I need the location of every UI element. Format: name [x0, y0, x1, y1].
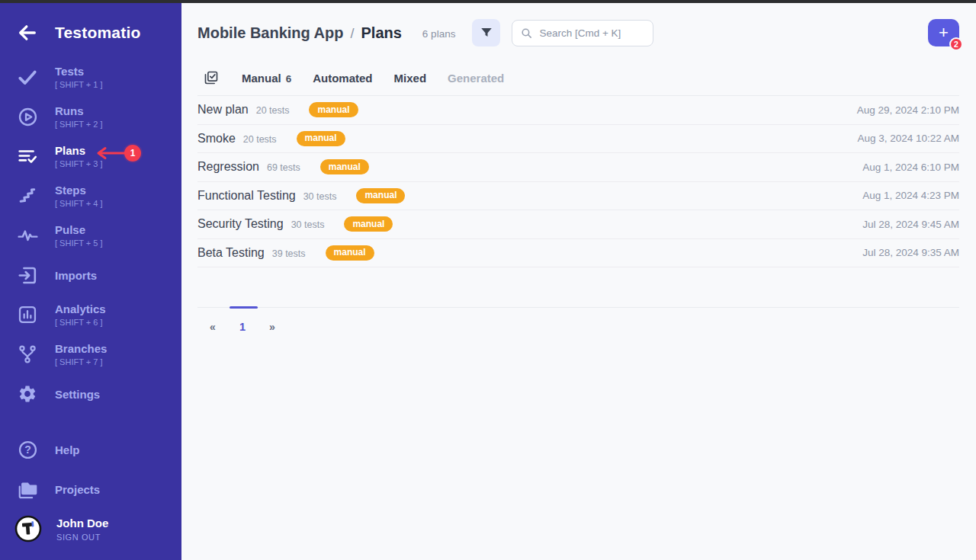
search-icon	[520, 27, 533, 40]
plan-row[interactable]: Smoke 20 tests manual Aug 3, 2024 10:22 …	[197, 125, 959, 154]
plan-date: Jul 28, 2024 9:35 AM	[862, 247, 959, 258]
search-box[interactable]	[512, 20, 653, 46]
plan-row[interactable]: New plan 20 tests manual Aug 29, 2024 2:…	[197, 96, 959, 125]
gear-icon	[17, 383, 38, 405]
breadcrumb-separator: /	[350, 26, 354, 42]
plan-row[interactable]: Security Testing 30 tests manual Jul 28,…	[197, 210, 959, 239]
tab-automated[interactable]: Automated	[313, 72, 372, 85]
plan-name[interactable]: Security Testing	[197, 217, 284, 231]
sidebar-item-branches[interactable]: Branches[ SHIFT + 7 ]	[0, 334, 181, 374]
user-name: John Doe	[56, 517, 108, 530]
sidebar-item-plans[interactable]: Plans[ SHIFT + 3 ]	[0, 136, 181, 176]
search-input[interactable]	[539, 27, 646, 39]
plus-icon: +	[939, 23, 949, 43]
plan-row[interactable]: Beta Testing 39 tests manual Jul 28, 202…	[197, 239, 959, 268]
svg-text:?: ?	[24, 443, 31, 456]
app-root: Testomatio Tests[ SHIFT + 1 ] Runs[ SHIF…	[0, 0, 976, 560]
breadcrumb: Mobile Banking App / Plans	[197, 24, 402, 42]
tab-mixed[interactable]: Mixed	[394, 72, 427, 85]
manual-badge: manual	[297, 131, 345, 146]
shortcut-hint: [ SHIFT + 4 ]	[55, 198, 102, 209]
manual-badge: manual	[344, 216, 393, 232]
plan-name[interactable]: Beta Testing	[197, 246, 265, 260]
user-menu[interactable]: John Doe SIGN OUT	[0, 509, 181, 549]
list-check-icon	[17, 146, 38, 167]
sidebar-item-projects[interactable]: Projects	[0, 469, 181, 509]
shortcut-hint: [ SHIFT + 1 ]	[55, 79, 102, 90]
plan-name[interactable]: New plan	[197, 103, 249, 117]
play-circle-icon	[17, 106, 38, 127]
pagination: « 1 »	[197, 321, 959, 333]
plan-name[interactable]: Smoke	[197, 132, 236, 146]
bar-chart-icon	[17, 304, 38, 325]
stairs-icon	[17, 185, 38, 206]
pagination-page-1[interactable]: 1	[236, 321, 249, 333]
filter-funnel-icon	[480, 26, 493, 40]
plan-tests-count: 69 tests	[267, 162, 300, 173]
plan-tests-count: 30 tests	[291, 219, 325, 230]
plan-date: Jul 28, 2024 9:45 AM	[862, 219, 959, 230]
help-circle-icon: ?	[17, 439, 38, 460]
sign-out-link[interactable]: SIGN OUT	[56, 533, 108, 542]
page-title: Plans	[361, 24, 402, 42]
plan-tests-count: 30 tests	[303, 191, 337, 202]
tabs-bar: Manual6 Automated Mixed Generated	[197, 70, 959, 96]
plan-row[interactable]: Regression 69 tests manual Aug 1, 2024 6…	[197, 153, 959, 182]
active-page-indicator	[230, 306, 258, 309]
tab-label: Generated	[448, 72, 504, 85]
filter-button[interactable]	[472, 19, 500, 46]
pagination-prev[interactable]: «	[207, 321, 219, 333]
sidebar-item-help[interactable]: ? Help	[0, 430, 181, 469]
sidebar-item-analytics[interactable]: Analytics[ SHIFT + 6 ]	[0, 295, 181, 334]
sidebar-item-label: Branches	[55, 341, 107, 356]
tab-count: 6	[286, 73, 292, 85]
main-content: Mobile Banking App / Plans 6 plans + 2	[181, 0, 976, 560]
plan-date: Aug 29, 2024 2:10 PM	[857, 104, 959, 116]
plan-date: Aug 3, 2024 10:22 AM	[857, 133, 959, 144]
manual-badge: manual	[320, 159, 369, 174]
pagination-next[interactable]: »	[266, 321, 278, 333]
manual-badge: manual	[356, 188, 405, 203]
check-icon	[17, 66, 38, 88]
plan-tests-count: 20 tests	[243, 134, 277, 145]
add-plan-button[interactable]: + 2	[928, 19, 959, 46]
plan-name[interactable]: Regression	[197, 160, 259, 174]
avatar	[14, 515, 42, 542]
tab-generated[interactable]: Generated	[448, 72, 504, 85]
sidebar-secondary: ? Help Projects	[0, 430, 181, 509]
pulse-icon	[17, 225, 38, 246]
sidebar-nav: Tests[ SHIFT + 1 ] Runs[ SHIFT + 2 ] Pla…	[0, 57, 181, 414]
sidebar-item-label: Runs	[55, 104, 102, 118]
plan-name[interactable]: Functional Testing	[197, 189, 296, 203]
sidebar-item-steps[interactable]: Steps[ SHIFT + 4 ]	[0, 176, 181, 216]
manual-badge: manual	[309, 102, 358, 117]
plan-date: Aug 1, 2024 6:10 PM	[862, 162, 959, 173]
sidebar: Testomatio Tests[ SHIFT + 1 ] Runs[ SHIF…	[0, 0, 181, 560]
top-strip	[0, 0, 976, 3]
sidebar-item-label: Settings	[55, 387, 100, 402]
sidebar-item-label: Help	[55, 443, 80, 457]
logo-row: Testomatio	[0, 3, 181, 46]
plans-count: 6 plans	[422, 28, 456, 40]
git-branch-icon	[17, 344, 38, 365]
pagination-divider	[197, 307, 959, 308]
breadcrumb-project[interactable]: Mobile Banking App	[197, 24, 343, 42]
select-all-icon[interactable]	[204, 70, 219, 85]
sidebar-item-runs[interactable]: Runs[ SHIFT + 2 ]	[0, 97, 181, 136]
plan-tests-count: 39 tests	[272, 248, 306, 259]
tab-manual[interactable]: Manual6	[242, 72, 291, 85]
tab-label: Automated	[313, 72, 372, 85]
sidebar-item-label: Analytics	[55, 302, 106, 316]
plan-row[interactable]: Functional Testing 30 tests manual Aug 1…	[197, 182, 959, 211]
back-arrow-icon[interactable]	[17, 22, 38, 43]
sidebar-item-label: Projects	[55, 482, 100, 497]
sidebar-item-label: Tests	[55, 64, 102, 78]
folder-icon	[17, 478, 38, 500]
sidebar-item-tests[interactable]: Tests[ SHIFT + 1 ]	[0, 57, 181, 97]
sidebar-item-label: Steps	[55, 183, 102, 197]
sidebar-item-pulse[interactable]: Pulse[ SHIFT + 5 ]	[0, 216, 181, 255]
sidebar-item-settings[interactable]: Settings	[0, 374, 181, 414]
sidebar-item-imports[interactable]: Imports	[0, 255, 181, 295]
sidebar-item-label: Plans	[55, 143, 102, 158]
plan-date: Aug 1, 2024 4:23 PM	[862, 190, 959, 201]
